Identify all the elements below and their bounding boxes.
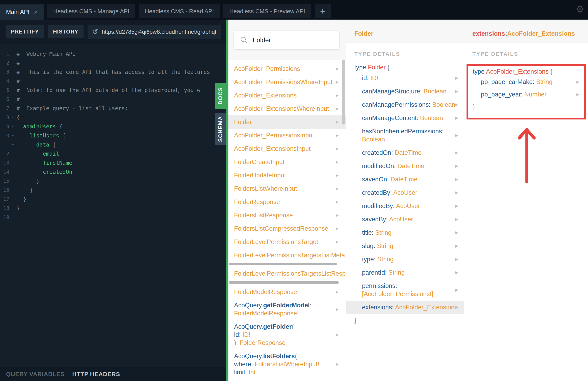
tab-headless-cms-preview-api[interactable]: Headless CMS - Preview API	[223, 4, 311, 18]
field-row[interactable]: pb_page_carMake: String▶	[468, 76, 584, 88]
field-row[interactable]: type: String▶	[346, 253, 464, 266]
docs-list-item[interactable]: FolderCreateInput▶	[229, 155, 346, 169]
docs-list-item[interactable]: AcoFolder_PermissionsWhereInput▶	[229, 75, 346, 89]
docs-list-item[interactable]: FolderResponse▶	[229, 195, 346, 209]
field-row[interactable]: savedBy: AcoUser▶	[346, 213, 464, 226]
settings-gear-icon[interactable]: ⚙	[576, 4, 584, 14]
docs-list-item[interactable]: AcoQuery.getFolderModel:FolderModelRespo…	[229, 299, 346, 320]
field-row[interactable]: modifiedOn: DateTime▶	[346, 159, 464, 173]
code-line[interactable]: 13 firstName	[0, 158, 226, 167]
type-open-line: type Folder {	[354, 63, 464, 71]
field-row[interactable]: parentId: String▶	[346, 266, 464, 279]
field-row[interactable]: createdOn: DateTime▶	[346, 146, 464, 159]
add-tab-button[interactable]: +	[315, 4, 331, 18]
docs-list-item[interactable]: AcoFolder_Extensions▶	[229, 89, 346, 102]
docs-list-item[interactable]: FoldersListCompressedResponse▶	[229, 222, 346, 235]
docs-panel-divider[interactable]	[226, 20, 229, 381]
horizontal-scrollbar[interactable]	[229, 281, 339, 284]
docs-list-item[interactable]: Folder▶	[229, 115, 346, 129]
expand-arrow-icon: ▶	[336, 211, 339, 219]
code-line[interactable]: 1# Webiny Main API	[0, 49, 226, 58]
code-line[interactable]: 18}	[0, 204, 226, 213]
field-row[interactable]: savedOn: DateTime▶	[346, 173, 464, 186]
code-line[interactable]: 15 }	[0, 176, 226, 186]
expand-arrow-icon: ▶	[336, 118, 339, 126]
prettify-button[interactable]: PRETTIFY	[6, 25, 44, 38]
code-line[interactable]: 19	[0, 213, 226, 222]
code-text: createdOn	[17, 169, 72, 175]
expand-arrow-icon: ▶	[576, 90, 579, 99]
docs-search-input[interactable]	[252, 36, 339, 44]
code-text: #	[17, 60, 20, 66]
code-line[interactable]: 8▾{	[0, 113, 226, 122]
field-row[interactable]: title: String▶	[346, 226, 464, 239]
field-row[interactable]: modifiedBy: AcoUser▶	[346, 199, 464, 213]
endpoint-url-input[interactable]	[101, 28, 221, 35]
tab-headless-cms-read-api[interactable]: Headless CMS - Read API	[139, 4, 220, 18]
query-variables-tab[interactable]: QUERY VARIABLES	[6, 371, 64, 378]
field-row[interactable]: canManageStructure: Boolean▶	[346, 85, 464, 98]
code-line[interactable]: 5# Note: to use the API outside of the p…	[0, 85, 226, 95]
code-line[interactable]: 12 email	[0, 149, 226, 158]
code-line[interactable]: 14 createdOn	[0, 167, 226, 176]
type-details-label: TYPE DETAILS	[354, 51, 464, 57]
tab-main-api[interactable]: Main API×	[0, 4, 44, 20]
docs-list-item[interactable]: FolderModelResponse▶	[229, 285, 346, 299]
fold-arrow-icon[interactable]: ▾	[9, 115, 17, 119]
fold-arrow-icon[interactable]: ▾	[9, 134, 17, 137]
docs-list-item[interactable]: FolderUpdateInput▶	[229, 169, 346, 182]
code-line[interactable]: 4#	[0, 77, 226, 85]
code-line[interactable]: 6#	[0, 95, 226, 104]
docs-list-scrollbar[interactable]	[342, 60, 345, 125]
field-row[interactable]: canManageContent: Boolean▶	[346, 111, 464, 125]
close-tab-icon[interactable]: ×	[34, 9, 38, 15]
docs-search-section	[229, 20, 346, 60]
field-row[interactable]: canManagePermissions: Boolean▶	[346, 98, 464, 111]
code-line[interactable]: 11▾ data {	[0, 140, 226, 149]
docs-list-item[interactable]: AcoFolder_PermissionsInput▶	[229, 129, 346, 142]
code-line[interactable]: 3# This is the core API that has access …	[0, 67, 226, 77]
fold-arrow-icon[interactable]: ▾	[9, 125, 17, 128]
fold-arrow-icon[interactable]: ▾	[9, 143, 17, 147]
field-row[interactable]: id: ID!▶	[346, 71, 464, 85]
field-row[interactable]: pb_page_year: Number▶	[468, 88, 584, 101]
docs-list-item[interactable]: FolderLevelPermissionsTargetsListRespons…	[229, 267, 346, 280]
field-row[interactable]: createdBy: AcoUser▶	[346, 186, 464, 199]
code-line[interactable]: 17 }	[0, 194, 226, 204]
docs-list-item[interactable]: AcoFolder_ExtensionsWhereInput▶	[229, 102, 346, 115]
tab-headless-cms-manage-api[interactable]: Headless CMS - Manage API	[47, 4, 135, 18]
history-button[interactable]: HISTORY	[48, 25, 84, 38]
expand-arrow-icon: ▶	[455, 255, 458, 263]
expand-arrow-icon: ▶	[336, 78, 339, 86]
docs-list-item[interactable]: AcoFolder_Permissions▶	[229, 62, 346, 75]
http-headers-tab[interactable]: HTTP HEADERS	[72, 371, 120, 378]
horizontal-scrollbar[interactable]	[229, 263, 337, 265]
docs-list-item[interactable]: FoldersListWhereInput▶	[229, 182, 346, 195]
expand-arrow-icon: ▶	[336, 91, 339, 100]
line-number: 15	[0, 178, 9, 184]
docs-side-tab[interactable]: DOCS	[215, 83, 226, 109]
line-number: 9	[0, 124, 9, 129]
field-row[interactable]: hasNonInheritedPermissions:Boolean▶	[346, 125, 464, 146]
docs-list-item[interactable]: AcoQuery.listFolders( where: FoldersList…	[229, 350, 346, 379]
field-row[interactable]: extensions: AcoFolder_Extensions▶	[346, 301, 464, 314]
docs-list-item[interactable]: FolderLevelPermissionsTarget▶	[229, 235, 346, 249]
docs-list-item[interactable]: AcoQuery.getFolder( id: ID!): FolderResp…	[229, 320, 346, 350]
query-editor[interactable]: 1# Webiny Main API2#3# This is the core …	[0, 44, 226, 367]
reload-endpoint-icon[interactable]: ↺	[92, 28, 98, 36]
docs-list-item[interactable]: FoldersListResponse▶	[229, 209, 346, 222]
code-line[interactable]: 16 }	[0, 186, 226, 194]
field-row[interactable]: slug: String▶	[346, 239, 464, 253]
expand-arrow-icon: ▶	[336, 225, 339, 233]
schema-side-tab[interactable]: SCHEMA	[215, 113, 226, 145]
field-row[interactable]: permissions:[AcoFolder_Permissions!]▶	[346, 279, 464, 301]
code-line[interactable]: 10▾ listUsers {	[0, 131, 226, 140]
docs-list-item[interactable]: AcoFolder_ExtensionsInput▶	[229, 142, 346, 155]
code-line[interactable]: 7# Example query - list all users:	[0, 104, 226, 113]
tab-label: Headless CMS - Read API	[145, 8, 214, 15]
code-text: }	[17, 187, 33, 193]
code-line[interactable]: 9▾ adminUsers {	[0, 122, 226, 131]
code-text: listUsers {	[17, 132, 66, 139]
code-line[interactable]: 2#	[0, 58, 226, 67]
docs-list-item[interactable]: FolderLevelPermissionsTargetsListMeta▶	[229, 249, 346, 262]
